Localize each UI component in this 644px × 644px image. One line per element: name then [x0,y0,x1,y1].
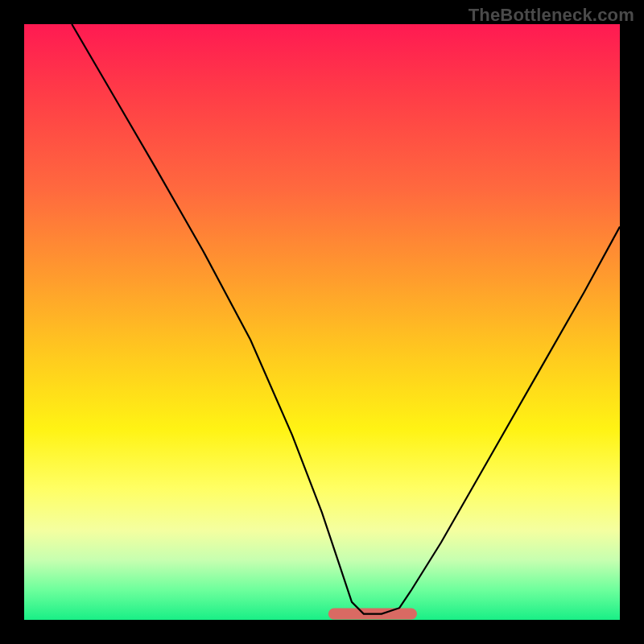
chart-svg [24,24,620,620]
watermark-text: TheBottleneck.com [469,5,634,26]
chart-frame: TheBottleneck.com [0,0,644,644]
bottleneck-curve [72,24,620,614]
plot-area [24,24,620,620]
